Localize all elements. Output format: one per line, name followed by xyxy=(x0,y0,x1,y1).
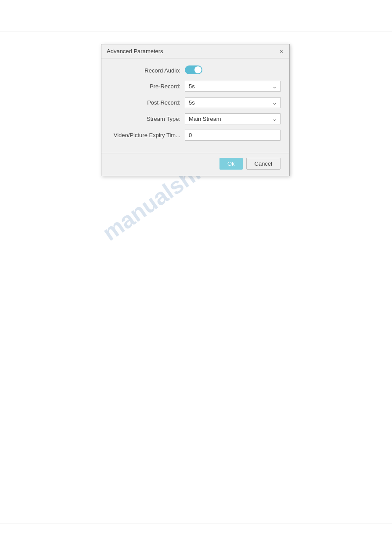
advanced-parameters-dialog: Advanced Parameters × Record Audio: Pre-… xyxy=(101,44,290,176)
post-record-control: 5s 10s 20s 30s xyxy=(185,97,281,108)
ok-button[interactable]: Ok xyxy=(219,158,243,170)
pre-record-label: Pre-Record: xyxy=(110,83,185,90)
dialog-titlebar: Advanced Parameters × xyxy=(101,44,289,58)
stream-type-select-wrapper: Main Stream Sub Stream xyxy=(185,113,281,124)
expiry-time-label: Video/Picture Expiry Tim... xyxy=(110,132,185,138)
post-record-select[interactable]: 5s 10s 20s 30s xyxy=(185,97,281,108)
stream-type-select[interactable]: Main Stream Sub Stream xyxy=(185,113,281,124)
record-audio-label: Record Audio: xyxy=(110,67,185,74)
post-record-select-wrapper: 5s 10s 20s 30s xyxy=(185,97,281,108)
record-audio-control xyxy=(185,65,281,76)
stream-type-label: Stream Type: xyxy=(110,116,185,122)
dialog-close-button[interactable]: × xyxy=(279,48,284,54)
cancel-button[interactable]: Cancel xyxy=(246,158,281,170)
record-audio-toggle[interactable] xyxy=(185,65,202,74)
pre-record-select-wrapper: 5s 10s 20s 30s xyxy=(185,81,281,92)
pre-record-control: 5s 10s 20s 30s xyxy=(185,81,281,92)
record-audio-row: Record Audio: xyxy=(110,65,281,76)
dialog-body: Record Audio: Pre-Record: 5s 10s 20s 30s xyxy=(101,58,289,151)
post-record-label: Post-Record: xyxy=(110,99,185,106)
top-border xyxy=(0,32,392,32)
expiry-time-control xyxy=(185,130,281,141)
post-record-row: Post-Record: 5s 10s 20s 30s xyxy=(110,97,281,108)
pre-record-select[interactable]: 5s 10s 20s 30s xyxy=(185,81,281,92)
stream-type-row: Stream Type: Main Stream Sub Stream xyxy=(110,113,281,124)
stream-type-control: Main Stream Sub Stream xyxy=(185,113,281,124)
expiry-time-input[interactable] xyxy=(185,130,281,141)
dialog-title: Advanced Parameters xyxy=(107,48,163,54)
expiry-time-row: Video/Picture Expiry Tim... xyxy=(110,130,281,141)
pre-record-row: Pre-Record: 5s 10s 20s 30s xyxy=(110,81,281,92)
bottom-border xyxy=(0,523,392,523)
toggle-thumb xyxy=(194,66,201,73)
dialog-footer: Ok Cancel xyxy=(101,153,289,176)
